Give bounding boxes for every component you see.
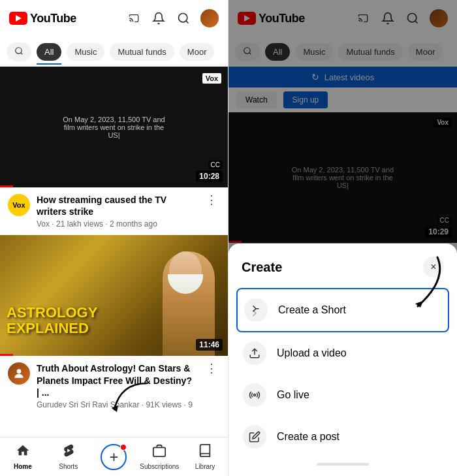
nav-shorts-label-left: Shorts: [59, 463, 78, 470]
create-short-label: Create a Short: [278, 304, 346, 316]
nav-subscriptions-label-left: Subscriptions: [140, 463, 179, 470]
video2-thumbnail-left[interactable]: ASTROLOGY EXPLAINED 11:46: [0, 235, 228, 356]
library-icon-left: [198, 443, 212, 461]
golive-label: Go live: [277, 389, 309, 401]
modal-item-create-post[interactable]: Create a post: [228, 416, 457, 458]
astro-title-line2: EXPLAINED: [7, 321, 97, 336]
nav-create-left[interactable]: +: [91, 437, 137, 476]
right-panel: YouTube: [228, 0, 457, 476]
dim-overlay: [228, 0, 457, 281]
svg-point-1: [179, 14, 187, 22]
left-header-icons: [126, 9, 219, 27]
svg-line-2: [186, 21, 189, 24]
video2-more-btn-left[interactable]: ⋮: [203, 361, 220, 375]
create-short-icon: [244, 298, 268, 322]
nav-library-label-left: Library: [195, 463, 215, 470]
video1-thumbnail-left[interactable]: On May 2, 2023, 11,500 TV and film write…: [0, 67, 228, 187]
nav-subscriptions-left[interactable]: Subscriptions: [136, 437, 182, 476]
svg-point-3: [16, 47, 22, 53]
progress-bar2-left: [0, 354, 13, 356]
youtube-logo-left: YouTube: [9, 12, 76, 25]
video2-title-left: Truth About Astrology! Can Stars & Plane…: [37, 362, 197, 398]
subscriptions-icon-left: [152, 443, 166, 461]
progress-bar-left: [0, 185, 13, 187]
all-tab-left[interactable]: All: [37, 43, 61, 61]
create-dot-left: [120, 444, 127, 451]
nav-library-left[interactable]: Library: [182, 437, 228, 476]
music-tab-left[interactable]: Music: [67, 43, 104, 61]
svg-line-4: [21, 52, 23, 54]
moor-tab-left[interactable]: Moor: [180, 43, 215, 61]
mutual-funds-tab-left[interactable]: Mutual funds: [110, 43, 174, 61]
upload-icon: [243, 341, 266, 365]
channel-thumb-vox-left[interactable]: Vox: [8, 194, 30, 216]
channel-thumb-astro-left[interactable]: [8, 362, 30, 385]
upload-label: Upload a video: [277, 347, 347, 359]
cc-badge-left: CC: [208, 161, 223, 169]
video1-info-left: Vox How streaming caused the TV writers …: [0, 187, 228, 235]
nav-home-left[interactable]: Home: [0, 437, 46, 476]
video1-meta-left: How streaming caused the TV writers stri…: [37, 194, 197, 229]
avatar-left[interactable]: [200, 9, 219, 27]
video1-sub-left: Vox · 21 lakh views · 2 months ago: [37, 219, 197, 229]
astro-title-line1: ASTROLOGY: [7, 305, 97, 321]
modal-item-upload[interactable]: Upload a video: [228, 332, 457, 374]
vox-logo-left: Vox: [202, 73, 221, 84]
modal-header: Create ×: [228, 257, 457, 288]
modal-item-create-short[interactable]: Create a Short: [236, 288, 449, 332]
explore-tab-left[interactable]: [7, 42, 31, 61]
left-header: YouTube: [0, 0, 228, 37]
search-icon-left[interactable]: [176, 10, 191, 26]
bottom-nav-left: Home Shorts + Subscriptions Library: [0, 437, 228, 476]
modal-title: Create: [242, 260, 282, 275]
svg-point-5: [17, 370, 22, 374]
nav-shorts-left[interactable]: Shorts: [46, 437, 91, 476]
astro-text-overlay: ASTROLOGY EXPLAINED: [7, 305, 97, 336]
filter-tabs-left: All Music Mutual funds Moor: [0, 37, 228, 67]
video2-meta-left: Truth About Astrology! Can Stars & Plane…: [37, 362, 197, 409]
modal-close-button[interactable]: ×: [423, 257, 444, 278]
close-icon: ×: [430, 261, 436, 273]
create-post-label: Create a post: [277, 431, 339, 443]
video2-info-left: Truth About Astrology! Can Stars & Plane…: [0, 356, 228, 416]
create-modal: Create × Create a Short Upload a video G…: [228, 244, 457, 476]
yt-title-left: YouTube: [30, 12, 76, 25]
yt-icon-left: [9, 12, 27, 25]
video2-sub-left: Gurudev Sri Sri Ravi Shankar · 91K views…: [37, 400, 197, 409]
svg-rect-6: [153, 447, 165, 456]
video1-caption-left: On May 2, 2023, 11,500 TV and film write…: [57, 116, 171, 139]
scroll-indicator: [317, 463, 369, 466]
cast-icon-left[interactable]: [126, 10, 142, 26]
video1-title-left: How streaming caused the TV writers stri…: [37, 194, 197, 217]
create-post-icon: [243, 425, 266, 449]
shorts-icon-left: [61, 443, 76, 461]
svg-point-14: [254, 394, 256, 396]
create-button-left[interactable]: +: [101, 444, 127, 470]
bell-icon-left[interactable]: [151, 10, 166, 26]
nav-home-label-left: Home: [14, 463, 32, 470]
golive-icon: [243, 383, 266, 407]
left-panel: YouTube: [0, 0, 228, 476]
video2-duration-left: 11:46: [196, 339, 223, 351]
video1-more-btn-left[interactable]: ⋮: [203, 193, 220, 207]
video1-duration-left: 10:28: [196, 170, 223, 182]
home-icon-left: [16, 443, 30, 461]
modal-item-golive[interactable]: Go live: [228, 374, 457, 416]
plus-icon-left: +: [109, 449, 118, 465]
